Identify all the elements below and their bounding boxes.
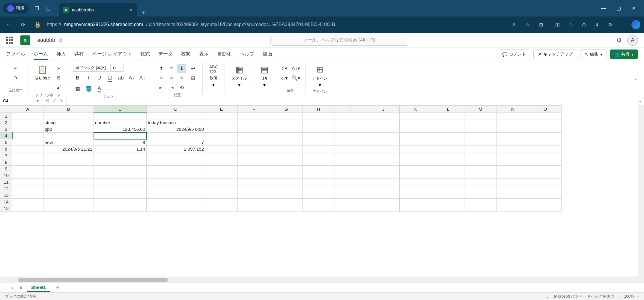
row-header[interactable]: 1 xyxy=(0,113,12,119)
italic-icon[interactable]: I xyxy=(84,74,93,82)
merge-cells-icon[interactable]: ⊞ xyxy=(189,74,198,82)
app-launcher-icon[interactable] xyxy=(6,37,13,44)
find-icon[interactable]: 🔍▾ xyxy=(291,74,300,82)
cell[interactable] xyxy=(497,146,529,152)
cell[interactable] xyxy=(303,185,335,192)
ribbon-tab[interactable]: ページ レイアウト xyxy=(92,49,132,59)
more-font-icon[interactable]: ⋯ xyxy=(106,84,115,93)
cell[interactable] xyxy=(270,133,303,139)
cell[interactable] xyxy=(43,192,94,199)
cell[interactable] xyxy=(238,179,270,185)
cell[interactable] xyxy=(270,152,303,159)
cell[interactable] xyxy=(335,133,367,139)
cell[interactable] xyxy=(367,185,400,192)
add-sheet-button[interactable]: + xyxy=(54,284,62,291)
extensions-icon[interactable]: ⊞ xyxy=(536,20,546,30)
column-header[interactable]: M xyxy=(464,106,497,113)
all-sheets-icon[interactable]: ≡ xyxy=(18,285,23,290)
column-header[interactable]: A xyxy=(12,106,43,113)
cell[interactable] xyxy=(464,119,497,126)
cell[interactable] xyxy=(238,172,270,179)
cell[interactable] xyxy=(497,139,529,146)
new-tab-button[interactable]: + xyxy=(137,10,150,16)
cell[interactable] xyxy=(400,133,432,139)
split-screen-icon[interactable]: ◫ xyxy=(552,20,562,30)
cell[interactable] xyxy=(335,113,367,119)
cell[interactable] xyxy=(43,199,94,205)
cell[interactable] xyxy=(529,126,562,133)
cell[interactable] xyxy=(270,159,303,166)
cell[interactable] xyxy=(432,185,464,192)
cell[interactable] xyxy=(43,179,94,185)
sheet-nav-prev[interactable]: ‹ xyxy=(3,285,7,290)
cell[interactable] xyxy=(12,159,43,166)
cell[interactable] xyxy=(12,179,43,185)
cell[interactable] xyxy=(432,146,464,152)
column-header[interactable]: L xyxy=(432,106,464,113)
row-header[interactable]: 4 xyxy=(0,133,12,139)
sheet-tab-active[interactable]: Sheet1 xyxy=(27,284,50,292)
cell[interactable] xyxy=(529,185,562,192)
cell[interactable] xyxy=(303,126,335,133)
column-header[interactable]: H xyxy=(303,106,335,113)
cancel-formula-icon[interactable]: ✕ xyxy=(46,98,49,104)
row-header[interactable]: 5 xyxy=(0,139,12,146)
cell[interactable] xyxy=(238,126,270,133)
paste-button[interactable]: 📋貼り付け xyxy=(33,64,52,82)
cell[interactable] xyxy=(529,146,562,152)
favorite-icon[interactable]: ☆ xyxy=(523,20,533,30)
performance-icon[interactable]: ⚙ xyxy=(605,20,615,30)
cell[interactable] xyxy=(432,133,464,139)
addins-button[interactable]: ⊞アドイン▾ xyxy=(310,64,329,88)
catchup-button[interactable]: ↗キャッチアップ xyxy=(533,50,577,59)
cell[interactable] xyxy=(497,166,529,172)
cell[interactable] xyxy=(205,113,238,119)
cell[interactable] xyxy=(147,166,205,172)
cell[interactable] xyxy=(432,139,464,146)
cell[interactable] xyxy=(529,205,562,212)
cut-icon[interactable]: ✂ xyxy=(54,64,63,73)
zoom-in-button[interactable]: + xyxy=(637,294,639,298)
cell[interactable] xyxy=(12,146,43,152)
sort-filter-icon[interactable]: A↓▾ xyxy=(291,64,300,73)
cell[interactable] xyxy=(367,113,400,119)
cell[interactable] xyxy=(432,126,464,133)
cell[interactable] xyxy=(303,113,335,119)
row-header[interactable]: 3 xyxy=(0,126,12,133)
cell[interactable] xyxy=(238,205,270,212)
cell[interactable] xyxy=(43,166,94,172)
close-tab-icon[interactable]: ✕ xyxy=(129,8,133,12)
cell[interactable] xyxy=(94,133,147,139)
cell[interactable] xyxy=(432,152,464,159)
row-header[interactable]: 2 xyxy=(0,119,12,126)
cell[interactable] xyxy=(270,185,303,192)
cell[interactable] xyxy=(400,166,432,172)
cell[interactable] xyxy=(464,185,497,192)
refresh-button[interactable]: ⟳ xyxy=(18,20,28,30)
cell[interactable] xyxy=(367,159,400,166)
cell[interactable] xyxy=(400,126,432,133)
settings-icon[interactable]: ⚙ xyxy=(616,37,622,44)
cell[interactable] xyxy=(497,192,529,199)
cell[interactable] xyxy=(205,133,238,139)
cell[interactable] xyxy=(529,139,562,146)
column-header[interactable]: I xyxy=(335,106,367,113)
cell[interactable] xyxy=(238,192,270,199)
cell[interactable] xyxy=(432,166,464,172)
select-all-corner[interactable] xyxy=(0,106,12,113)
cell[interactable] xyxy=(464,113,497,119)
cell[interactable] xyxy=(529,159,562,166)
search-input[interactable]: ツール、ヘルプなどの検索 (Alt + Q) xyxy=(270,35,408,46)
ribbon-tab[interactable]: データ xyxy=(158,49,173,59)
cell[interactable] xyxy=(400,139,432,146)
wrap-text-icon[interactable]: ↩ xyxy=(189,64,198,73)
cell[interactable] xyxy=(497,205,529,212)
cell[interactable] xyxy=(432,113,464,119)
cell[interactable] xyxy=(270,179,303,185)
font-name-select[interactable] xyxy=(73,64,109,72)
bold-icon[interactable]: B xyxy=(73,74,82,82)
cell[interactable] xyxy=(12,139,43,146)
ribbon-tab[interactable]: 自動化 xyxy=(217,49,231,59)
cell[interactable] xyxy=(205,159,238,166)
cell[interactable] xyxy=(94,185,147,192)
